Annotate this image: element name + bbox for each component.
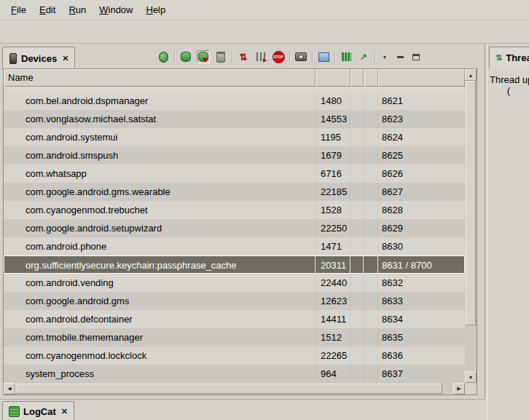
- table-body: com.bel.android.dspmanager 1480 8621 com…: [4, 87, 465, 384]
- port-cell: 8634: [378, 310, 465, 328]
- table-row[interactable]: com.bel.android.dspmanager 1480 8621: [4, 92, 465, 110]
- menu-run[interactable]: Run: [62, 1, 93, 18]
- table-row[interactable]: com.whatsapp 6716 8626: [4, 165, 465, 183]
- empty-cell: [350, 165, 364, 183]
- scroll-down-icon[interactable]: ▼: [465, 371, 477, 383]
- port-cell: 8632: [378, 274, 465, 292]
- empty-cell: [364, 92, 378, 110]
- empty-cell: [364, 346, 378, 365]
- eclipse-ddms-window: File Edit Run Window Help Devices ✕ ⇅: [0, 0, 529, 420]
- vertical-scroll-thumb[interactable]: [466, 81, 476, 325]
- port-cell: 8625: [378, 146, 465, 165]
- column-header-pid[interactable]: [316, 69, 350, 87]
- stop-process-icon[interactable]: STOP: [272, 50, 285, 63]
- toolbar-separator: [334, 50, 335, 63]
- method-profiling-icon[interactable]: [254, 50, 267, 63]
- table-row[interactable]: com.google.android.setupwizard 22250 862…: [4, 219, 465, 237]
- port-cell: 8635: [378, 328, 465, 346]
- devices-toolbar: ⇅ STOP ↗ ▼: [157, 47, 422, 66]
- port-cell: 8637: [378, 365, 465, 383]
- menu-window[interactable]: Window: [93, 1, 139, 18]
- table-row[interactable]: com.cyanogenmod.lockclock 22265 8636: [4, 346, 465, 365]
- scroll-left-icon[interactable]: ◀: [4, 383, 15, 395]
- screen-capture-icon[interactable]: [294, 50, 307, 63]
- maximize-icon[interactable]: [410, 50, 422, 63]
- port-cell: 8628: [378, 201, 465, 219]
- menu-file[interactable]: File: [4, 1, 33, 18]
- empty-cell: [350, 201, 364, 219]
- process-name-cell: com.android.phone: [4, 237, 316, 255]
- table-row[interactable]: org.sufficientlysecure.keychain:passphra…: [4, 255, 465, 274]
- port-cell: 8623: [378, 110, 465, 128]
- tab-logcat[interactable]: LogCat ✕: [2, 401, 74, 420]
- debug-icon[interactable]: [157, 50, 170, 63]
- partial-row: [4, 87, 465, 92]
- main-toolbar: [0, 20, 529, 44]
- table-row[interactable]: com.android.systemui 1195 8624: [4, 128, 465, 146]
- column-header-a[interactable]: [350, 69, 364, 87]
- table-row[interactable]: com.vonglasow.michael.satstat 14553 8623: [4, 110, 465, 128]
- menu-help[interactable]: Help: [139, 1, 172, 18]
- trend-arrow-icon[interactable]: ↗: [357, 50, 370, 63]
- vertical-scrollbar[interactable]: ▲ ▼: [465, 69, 477, 383]
- dump-hprof-icon[interactable]: [197, 50, 210, 63]
- process-name-cell: com.vonglasow.michael.satstat: [4, 110, 316, 128]
- process-name-cell: com.android.vending: [4, 274, 316, 292]
- table-row[interactable]: com.cyanogenmod.trebuchet 1528 8628: [4, 201, 465, 219]
- menu-edit[interactable]: Edit: [33, 1, 62, 18]
- table-row[interactable]: com.android.vending 22440 8632: [4, 274, 465, 292]
- system-bars-icon[interactable]: [340, 50, 353, 63]
- port-cell: 8629: [378, 219, 465, 237]
- process-name-cell: com.cyanogenmod.lockclock: [4, 346, 316, 365]
- table-row[interactable]: com.tmobile.thememanager 1512 8635: [4, 328, 465, 346]
- process-name-cell: com.google.android.setupwizard: [4, 219, 316, 237]
- view-menu-icon[interactable]: ▼: [380, 50, 390, 63]
- empty-cell: [350, 256, 364, 273]
- empty-cell: [364, 310, 378, 328]
- empty-cell: [364, 237, 378, 255]
- horizontal-scroll-thumb[interactable]: [15, 384, 442, 394]
- close-icon[interactable]: ✕: [60, 407, 68, 416]
- empty-cell: [350, 146, 364, 165]
- empty-cell: [364, 274, 378, 292]
- scroll-right-icon[interactable]: ▶: [453, 383, 465, 395]
- table-row[interactable]: system_process 964 8637: [4, 365, 465, 383]
- ui-hierarchy-icon[interactable]: [317, 50, 330, 63]
- empty-cell: [364, 219, 378, 237]
- pid-cell: 12623: [316, 292, 350, 310]
- empty-cell: [350, 110, 364, 128]
- pid-cell: 964: [316, 365, 350, 383]
- table-row[interactable]: com.google.android.gms 12623 8633: [4, 292, 465, 310]
- tab-threads[interactable]: ⇅ Threads: [489, 47, 529, 68]
- empty-cell: [364, 328, 378, 346]
- devices-view-header: Devices ✕ ⇅ STOP ↗: [0, 44, 485, 68]
- empty-cell: [350, 328, 364, 346]
- tab-devices[interactable]: Devices ✕: [2, 47, 75, 69]
- column-header-port[interactable]: [378, 69, 465, 87]
- process-name-cell: com.android.systemui: [4, 128, 316, 146]
- threads-message-line2: (: [487, 85, 529, 96]
- toolbar-separator: [289, 50, 290, 63]
- table-row[interactable]: com.android.defcontainer 14411 8634: [4, 310, 465, 328]
- cause-gc-icon[interactable]: [214, 50, 227, 63]
- table-row[interactable]: com.google.android.gms.wearable 22185 86…: [4, 183, 465, 201]
- process-name-cell: com.bel.android.dspmanager: [4, 92, 316, 110]
- empty-cell: [350, 292, 364, 310]
- pid-cell: 14553: [316, 110, 350, 128]
- column-header-name[interactable]: Name: [4, 69, 316, 87]
- horizontal-scrollbar[interactable]: ◀ ▶: [4, 383, 465, 395]
- process-name-cell: system_process: [4, 365, 316, 383]
- table-row[interactable]: com.android.phone 1471 8630: [4, 237, 465, 255]
- minimize-icon[interactable]: [394, 50, 406, 63]
- empty-cell: [364, 292, 378, 310]
- table-header: Name: [4, 69, 465, 87]
- process-name-cell: com.android.defcontainer: [4, 310, 316, 328]
- update-threads-icon[interactable]: ⇅: [237, 50, 250, 63]
- threads-icon: ⇅: [495, 54, 502, 62]
- table-row[interactable]: com.android.smspush 1679 8625: [4, 146, 465, 165]
- close-icon[interactable]: ✕: [60, 54, 68, 63]
- devices-view: Devices ✕ ⇅ STOP ↗: [0, 44, 485, 398]
- scroll-up-icon[interactable]: ▲: [465, 69, 477, 81]
- update-heap-icon[interactable]: [179, 50, 192, 63]
- column-header-b[interactable]: [364, 69, 378, 87]
